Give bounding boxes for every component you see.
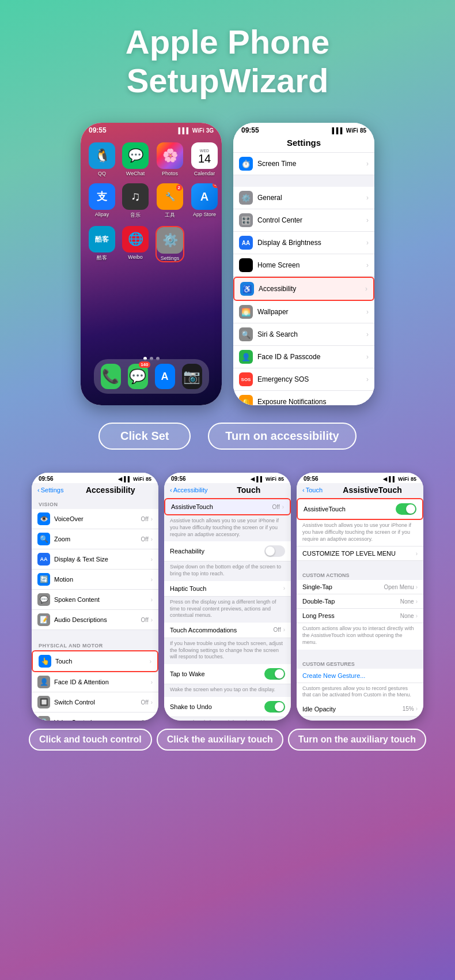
- reachability-toggle[interactable]: [264, 545, 285, 557]
- acc-zoom[interactable]: 🔍 Zoom Off ›: [32, 529, 158, 549]
- assistivetouch-desc: Assistive touch allows you to use your i…: [164, 515, 291, 541]
- acc-back-button[interactable]: ‹ Settings: [37, 487, 63, 493]
- at-create-gesture[interactable]: Create New Gesture...: [297, 669, 423, 683]
- at-single-tap[interactable]: Single-Tap Open Menu ›: [297, 580, 423, 594]
- app-icon-weibo[interactable]: 🌐 Weibo: [122, 226, 149, 262]
- acc-switch[interactable]: 🔲 Switch Control Off ›: [32, 692, 158, 713]
- at-page-title: AssistiveTouch: [327, 485, 418, 495]
- assistivetouch-row[interactable]: AssistiveTouch Off ›: [164, 498, 291, 515]
- status-icons-right: ▌▌▌ WiFi 85: [332, 127, 366, 134]
- acc-voiceover[interactable]: 👁️ VoiceOver Off ›: [32, 509, 158, 529]
- touch-accomm-row[interactable]: Touch Accommodations Off ›: [164, 623, 291, 638]
- time-left: 09:55: [89, 126, 107, 134]
- settings-screen-phone: 09:55 ▌▌▌ WiFi 85 Settings ⏱️ Screen Tim…: [233, 123, 374, 405]
- exposure-icon: 🔔: [239, 395, 253, 405]
- at-long-press[interactable]: Long Press None ›: [297, 609, 423, 623]
- sos-icon: SOS: [239, 372, 253, 386]
- acc-faceid[interactable]: 👤 Face ID & Attention ›: [32, 672, 158, 692]
- acc-motion[interactable]: 🔄 Motion ›: [32, 570, 158, 590]
- at-idle-opacity[interactable]: Idle Opacity 15% ›: [297, 702, 423, 717]
- top-phones-row: 09:55 ▌▌▌ WiFi 3G 🐧 QQ 💬 WeChat: [0, 117, 455, 417]
- dock-messages[interactable]: 💬 140: [128, 364, 148, 389]
- shake-undo-toggle[interactable]: [264, 701, 285, 713]
- settings-row-sos[interactable]: SOS Emergency SOS ›: [233, 368, 374, 391]
- touch-nav: ‹ Accessibility Touch: [164, 483, 291, 498]
- settings-row-exposure[interactable]: 🔔 Exposure Notifications ›: [233, 391, 374, 405]
- three-phones-row: 09:56 ◀ ▌▌ WiFi 85 ‹ Settings Accessibil…: [9, 473, 446, 721]
- reachability-row[interactable]: Reachability: [164, 541, 291, 561]
- app-icon-settings[interactable]: ⚙️ Settings: [156, 226, 184, 262]
- touch-screen-phone: 09:56 ◀ ▌▌ WiFi 85 ‹ Accessibility Touch…: [164, 473, 291, 721]
- haptic-row[interactable]: Haptic Touch ›: [164, 581, 291, 597]
- dock-camera[interactable]: 📷: [182, 364, 202, 389]
- action-labels-top: Click Set Turn on accessibility: [0, 417, 455, 461]
- touch-status-icons: ◀ ▌▌ WiFi 85: [251, 476, 284, 482]
- motor-header: PHYSICAL AND MOTOR: [32, 639, 158, 650]
- custom-actions-desc: Custom actions allow you to interact dir…: [297, 623, 423, 649]
- assistivetouch-screen-phone: 09:56 ◀ ▌▌ WiFi 85 ‹ Touch AssistiveTouc…: [297, 473, 423, 721]
- app-icon-qq[interactable]: 🐧 QQ: [89, 142, 115, 176]
- at-time: 09:56: [304, 476, 318, 482]
- wallpaper-icon: 🌅: [239, 305, 253, 319]
- dock: 📞 💬 140 A 📷: [94, 359, 209, 394]
- at-main-desc: Assistive touch allows you to use your i…: [297, 520, 423, 546]
- accessibility-icon: ♿: [240, 282, 254, 296]
- settings-list: ⏱️ Screen Time › ⚙️ General › 🎛️ Control…: [233, 153, 374, 405]
- tap-wake-toggle[interactable]: [264, 668, 285, 680]
- create-gesture-desc: Custom gestures allow you to record gest…: [297, 683, 423, 702]
- acc-voice[interactable]: 🎙️ Voice Control Off ›: [32, 713, 158, 721]
- settings-row-homescreen[interactable]: ⊞ Home Screen ›: [233, 254, 374, 277]
- settings-row-control[interactable]: 🎛️ Control Center ›: [233, 209, 374, 232]
- shake-undo-row[interactable]: Shake to Undo: [164, 697, 291, 717]
- acc-display-text[interactable]: AA Display & Text Size ›: [32, 549, 158, 570]
- acc-page-title: Accessibility: [68, 485, 153, 495]
- screentime-icon: ⏱️: [239, 157, 253, 171]
- touch-time: 09:56: [171, 476, 186, 482]
- touch-page-title: Touch: [213, 485, 285, 495]
- acc-touch[interactable]: 👆 Touch ›: [32, 650, 158, 672]
- app-icon-alipay[interactable]: 支 1 Alipay: [89, 183, 115, 219]
- at-main-toggle[interactable]: [396, 503, 416, 515]
- touch-back-button[interactable]: ‹ Accessibility: [170, 487, 208, 493]
- control-icon: 🎛️: [239, 213, 253, 227]
- settings-row-accessibility[interactable]: ♿ Accessibility ›: [233, 277, 374, 301]
- at-top-row[interactable]: AssistiveTouch: [297, 498, 423, 520]
- status-icons-left: ▌▌▌ WiFi 3G: [178, 127, 214, 134]
- settings-title: Settings: [233, 135, 374, 153]
- at-double-tap[interactable]: Double-Tap None ›: [297, 594, 423, 609]
- app-icon-tools[interactable]: 2 🔧 工具: [156, 183, 184, 219]
- app-icon-photos[interactable]: 🌸 Photos: [156, 142, 184, 176]
- acc-audio[interactable]: 📝 Audio Descriptions Off ›: [32, 610, 158, 630]
- tap-wake-desc: Wake the screen when you tap on the disp…: [164, 684, 291, 697]
- app-icon-music[interactable]: ♫ 音乐: [122, 183, 149, 219]
- acc-status-icons: ◀ ▌▌ WiFi 85: [118, 476, 151, 482]
- settings-row-wallpaper[interactable]: 🌅 Wallpaper ›: [233, 301, 374, 323]
- homescreen-icon: ⊞: [239, 258, 253, 272]
- at-status-bar: 09:56 ◀ ▌▌ WiFi 85: [297, 473, 423, 483]
- settings-row-general[interactable]: ⚙️ General ›: [233, 187, 374, 209]
- tap-wake-row[interactable]: Tap to Wake: [164, 664, 291, 684]
- settings-row-faceid[interactable]: 👤 Face ID & Passcode ›: [233, 346, 374, 368]
- dock-translate[interactable]: A: [155, 364, 175, 389]
- app-icon-appstore[interactable]: 4 A App Store: [191, 183, 218, 219]
- app-icon-ku6[interactable]: 酷客 酷客: [89, 226, 115, 262]
- acc-spoken[interactable]: 💬 Spoken Content ›: [32, 590, 158, 610]
- settings-row-screentime[interactable]: ⏱️ Screen Time ›: [233, 153, 374, 175]
- status-bar-left: 09:55 ▌▌▌ WiFi 3G: [81, 123, 222, 135]
- acc-status-bar: 09:56 ◀ ▌▌ WiFi 85: [32, 473, 158, 483]
- custom-actions-header: CUSTOM ACTIONS: [297, 569, 423, 580]
- settings-row-siri[interactable]: 🔍 Siri & Search ›: [233, 323, 374, 346]
- bottom-section: 09:56 ◀ ▌▌ WiFi 85 ‹ Settings Accessibil…: [0, 461, 455, 774]
- siri-icon: 🔍: [239, 327, 253, 341]
- click-auxiliary-label: Click the auxiliary touch: [157, 729, 283, 751]
- general-icon: ⚙️: [239, 191, 253, 205]
- at-customize-menu[interactable]: CUSTOMIZE TOP LEVEL MENU ›: [297, 546, 423, 561]
- acc-time: 09:56: [39, 476, 54, 482]
- home-screen-phone: 09:55 ▌▌▌ WiFi 3G 🐧 QQ 💬 WeChat: [81, 123, 222, 405]
- dock-phone[interactable]: 📞: [101, 364, 121, 389]
- settings-row-display[interactable]: AA Display & Brightness ›: [233, 232, 374, 254]
- app-icon-wechat[interactable]: 💬 WeChat: [122, 142, 149, 176]
- at-back-button[interactable]: ‹ Touch: [302, 487, 323, 493]
- app-icon-calendar[interactable]: WED 14 Calendar: [191, 142, 218, 176]
- home-screen: 09:55 ▌▌▌ WiFi 3G 🐧 QQ 💬 WeChat: [81, 123, 222, 405]
